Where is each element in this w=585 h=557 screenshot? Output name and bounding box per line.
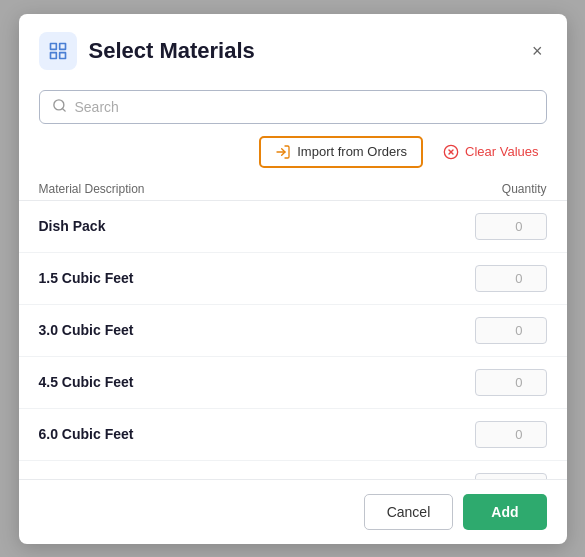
quantity-input[interactable]	[475, 265, 547, 292]
grid-icon	[48, 41, 68, 61]
material-name: 1.5 Cubic Feet	[39, 270, 475, 286]
svg-rect-1	[59, 43, 65, 49]
table-row: 1.5 Cubic Feet	[19, 253, 567, 305]
table-row: Wardrobe	[19, 461, 567, 479]
x-circle-icon	[443, 144, 459, 160]
material-name: 3.0 Cubic Feet	[39, 322, 475, 338]
modal-overlay: Select Materials ×	[0, 0, 585, 557]
col-description-header: Material Description	[39, 182, 467, 196]
svg-rect-0	[50, 43, 56, 49]
import-icon	[275, 144, 291, 160]
modal-title: Select Materials	[89, 38, 516, 64]
cancel-label: Cancel	[387, 504, 431, 520]
search-icon	[52, 98, 67, 116]
quantity-input[interactable]	[475, 213, 547, 240]
modal-footer: Cancel Add	[19, 479, 567, 544]
table-row: 6.0 Cubic Feet	[19, 409, 567, 461]
svg-line-5	[62, 108, 65, 111]
import-label: Import from Orders	[297, 144, 407, 159]
table-row: Dish Pack	[19, 201, 567, 253]
add-label: Add	[491, 504, 518, 520]
action-bar: Import from Orders Clear Values	[19, 134, 567, 176]
materials-table-body: Dish Pack1.5 Cubic Feet3.0 Cubic Feet4.5…	[19, 201, 567, 479]
add-button[interactable]: Add	[463, 494, 546, 530]
search-input-wrapper	[39, 90, 547, 124]
search-container	[19, 84, 567, 134]
table-header: Material Description Quantity	[19, 176, 567, 201]
close-button[interactable]: ×	[528, 38, 547, 64]
col-quantity-header: Quantity	[467, 182, 547, 196]
modal-dialog: Select Materials ×	[19, 14, 567, 544]
table-row: 4.5 Cubic Feet	[19, 357, 567, 409]
close-icon: ×	[532, 42, 543, 60]
import-from-orders-button[interactable]: Import from Orders	[259, 136, 423, 168]
material-name: 4.5 Cubic Feet	[39, 374, 475, 390]
svg-rect-3	[59, 52, 65, 58]
quantity-input[interactable]	[475, 421, 547, 448]
header-icon-wrapper	[39, 32, 77, 70]
table-row: 3.0 Cubic Feet	[19, 305, 567, 357]
search-input[interactable]	[75, 99, 534, 115]
material-name: 6.0 Cubic Feet	[39, 426, 475, 442]
clear-label: Clear Values	[465, 144, 538, 159]
quantity-input[interactable]	[475, 369, 547, 396]
cancel-button[interactable]: Cancel	[364, 494, 454, 530]
clear-values-button[interactable]: Clear Values	[435, 138, 546, 166]
quantity-input[interactable]	[475, 317, 547, 344]
material-name: Dish Pack	[39, 218, 475, 234]
modal-header: Select Materials ×	[19, 14, 567, 84]
svg-rect-2	[50, 52, 56, 58]
